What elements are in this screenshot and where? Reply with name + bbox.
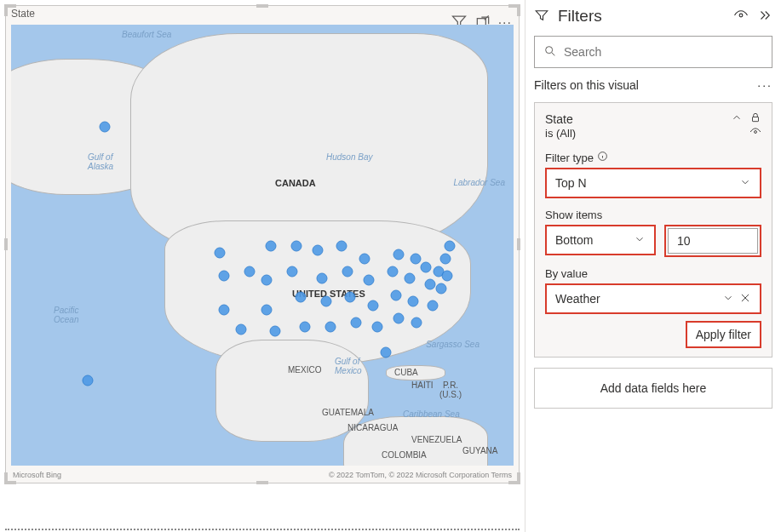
filter-type-value: Top N — [555, 176, 739, 190]
lock-icon[interactable] — [749, 112, 761, 126]
filter-card-state: State is (All) Filter type Top N Show it… — [534, 102, 772, 358]
map-label-caribbean: Caribbean Sea — [403, 409, 460, 419]
map-visual[interactable]: State ··· Beaufort Sea Gulf of Alaska Hu… — [5, 5, 520, 483]
search-icon — [543, 44, 557, 60]
section-title-text: Filters on this visual — [534, 78, 639, 92]
chevron-down-icon — [634, 233, 646, 248]
map-label-guyana: GUYANA — [462, 446, 498, 455]
filters-search[interactable] — [534, 36, 772, 68]
map-visual-container: State ··· Beaufort Sea Gulf of Alaska Hu… — [0, 0, 525, 532]
map-attribution-left: Microsoft Bing — [13, 471, 61, 479]
chevron-down-icon — [739, 176, 751, 191]
visual-title: State — [11, 8, 35, 20]
map-label-nicaragua: NICARAGUA — [347, 423, 398, 432]
filters-section-title: Filters on this visual ··· — [534, 78, 772, 92]
map-label-pr: P.R. (U.S.) — [439, 380, 462, 399]
svg-rect-3 — [753, 117, 759, 121]
clear-icon[interactable] — [739, 292, 751, 306]
svg-point-4 — [755, 131, 757, 134]
filter-type-label: Filter type — [545, 151, 761, 164]
map-label-labrador: Labrador Sea — [453, 178, 505, 187]
show-items-mode-value: Bottom — [555, 233, 634, 247]
map-label-gom: Gulf of Mexico — [335, 357, 362, 375]
filter-field-name: State — [545, 112, 724, 126]
map-label-guatemala: GUATEMALA — [322, 408, 374, 417]
map-label-pacific: Pacific Ocean — [54, 306, 78, 324]
map-label-venezuela: VENEZUELA — [411, 435, 462, 444]
map-label-canada: CANADA — [275, 178, 316, 188]
map-label-sargasso: Sargasso Sea — [426, 340, 480, 349]
map-label-hudson: Hudson Bay — [326, 152, 372, 162]
map-label-cuba: CUBA — [394, 368, 418, 377]
show-items-count-wrap: 10 — [664, 225, 761, 257]
show-items-count-value: 10 — [677, 234, 749, 248]
section-more-icon[interactable]: ··· — [757, 78, 772, 92]
map-label-haiti: HAITI — [411, 380, 434, 390]
map-label-colombia: COLOMBIA — [382, 450, 427, 460]
map-attribution-right[interactable]: © 2022 TomTom, © 2022 Microsoft Corporat… — [329, 471, 512, 479]
card-visibility-icon[interactable] — [749, 126, 761, 140]
svg-point-1 — [739, 14, 743, 17]
show-items-label: Show items — [545, 209, 761, 221]
show-items-mode-select[interactable]: Bottom — [545, 225, 656, 255]
collapse-card-icon[interactable] — [731, 112, 743, 126]
by-value-value: Weather — [555, 292, 722, 306]
map-label-beaufort: Beaufort Sea — [122, 30, 171, 39]
resize-divider[interactable] — [5, 529, 520, 530]
by-value-label: By value — [545, 267, 761, 280]
filters-pane-title: Filters — [558, 7, 725, 26]
filter-pane-icon — [534, 8, 549, 26]
svg-point-2 — [546, 46, 553, 53]
filter-type-select[interactable]: Top N — [545, 168, 761, 198]
add-data-fields-dropzone[interactable]: Add data fields here — [534, 368, 772, 409]
collapse-pane-icon[interactable] — [757, 8, 772, 26]
visibility-toggle-icon[interactable] — [733, 8, 749, 26]
map-canvas[interactable]: Beaufort Sea Gulf of Alaska Hudson Bay L… — [11, 25, 514, 466]
map-label-mexico: MEXICO — [288, 365, 321, 375]
map-label-goa: Gulf of Alaska — [88, 152, 113, 171]
apply-filter-button[interactable]: Apply filter — [686, 321, 761, 348]
filters-pane-header: Filters — [534, 7, 772, 26]
info-icon[interactable] — [597, 151, 608, 164]
show-items-count-input[interactable]: 10 — [668, 228, 758, 254]
filters-pane: Filters Filters on this visual ··· State… — [525, 0, 781, 532]
filter-summary: is (All) — [545, 127, 749, 140]
search-input[interactable] — [564, 45, 763, 59]
by-value-field[interactable]: Weather — [545, 283, 761, 314]
chevron-down-icon — [722, 292, 734, 306]
